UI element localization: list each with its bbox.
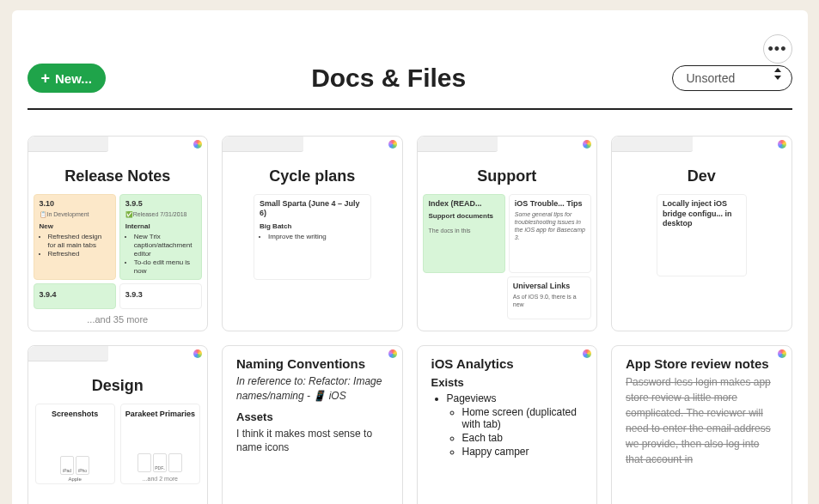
folder-support[interactable]: Support Index (READ... Support documents… [417,136,598,331]
mini-text: Some general tips for troubleshooting is… [515,211,585,241]
thumb-icon [138,453,151,472]
more-count: ...and 2 more [125,476,196,482]
folder-title: Cycle plans [223,152,402,194]
folder-dev[interactable]: Dev Locally inject iOS bridge configu...… [611,136,792,331]
thumb-icon: iPad [60,456,74,475]
mini-card[interactable]: 3.9.4 [34,283,116,309]
folder-tab [28,346,109,361]
mini-title: Screenshots [40,410,111,418]
color-icon [388,349,397,358]
mini-sub: Internal [125,222,196,231]
thumb-icon: iPho [76,456,89,475]
mini-card[interactable]: 3.9.5 ✅Released 7/31/2018 Internal New T… [119,194,202,280]
mini-item: Improve the writing [268,233,365,241]
folder-body: 3.10 📋In Development New Refreshed desig… [28,194,208,325]
folder-body: Small Sparta (June 4 – July 6) Big Batch… [223,194,402,280]
color-icon [193,140,202,149]
mini-item: Refreshed [48,250,110,258]
folder-tab [612,137,693,152]
mini-text: As of iOS 9.0, there is a new [513,294,585,309]
sort-value: Unsorted [687,71,736,85]
color-icon [388,140,397,149]
folder-tab [418,137,498,152]
mini-sub: Support documents [429,212,499,221]
folder-title: Support [418,152,597,194]
doc-subheading: Exists [431,376,584,389]
mini-item: Refreshed design for all main tabs [48,233,110,250]
doc-title: iOS Analytics [431,356,584,371]
mini-card[interactable]: Screenshots iPad iPho Apple [35,404,115,484]
color-icon [778,349,786,358]
doc-reference: In reference to: Refactor: Image names/n… [236,374,388,404]
folder-release-notes[interactable]: Release Notes 3.10 📋In Development New R… [28,136,209,331]
folder-cycle-plans[interactable]: Cycle plans Small Sparta (June 4 – July … [222,136,403,331]
mini-text: The docs in this [429,228,499,235]
folder-title: Release Notes [28,152,208,194]
mini-sub: Big Batch [260,222,365,231]
mini-card[interactable]: Universal Links As of iOS 9.0, there is … [507,276,591,319]
mini-title: Parakeet Primaries [125,410,196,418]
folder-design[interactable]: Design Screenshots iPad iPho Apple Parak… [28,345,209,504]
more-count: ...and 35 more [34,309,203,325]
folder-body: Locally inject iOS bridge configu... in … [612,194,791,276]
new-button[interactable]: + New... [28,64,106,93]
ellipsis-icon: ••• [768,40,787,58]
doc-subheading: Assets [236,410,388,423]
sort-dropdown[interactable]: Unsorted [672,65,792,91]
mini-title: 3.9.3 [125,290,143,300]
color-icon [778,140,786,149]
mini-sub: New [40,222,110,231]
list-item: Home screen (duplicated with tab) [462,406,584,430]
mini-card[interactable]: iOS Trouble... Tips Some general tips fo… [509,194,591,273]
thumb-icon: PDF.. [153,453,167,472]
mini-card[interactable]: Parakeet Primaries PDF.. ...and 2 more [120,404,200,484]
doc-title: App Store review notes [626,356,778,371]
mini-card[interactable]: Small Sparta (June 4 – July 6) Big Batch… [254,194,371,280]
page-container: ••• + New... Docs & Files Unsorted Relea… [12,10,808,504]
color-icon [583,349,591,358]
list-item: Each tab [462,432,584,444]
color-icon [583,140,591,149]
mini-title: Small Sparta (June 4 – July 6) [260,199,365,219]
more-menu-button[interactable]: ••• [763,34,792,64]
list-item: Pageviews [447,392,584,404]
mini-card[interactable]: 3.10 📋In Development New Refreshed desig… [34,194,116,280]
mini-title: 3.10 [40,199,110,209]
mini-item: New Trix caption/attachment editor [134,233,196,258]
mini-card[interactable]: Locally inject iOS bridge configu... in … [657,194,747,276]
thumb-label: Apple [40,477,111,482]
page-title: Docs & Files [106,64,672,93]
plus-icon: + [41,70,51,86]
mini-status: In Development [47,211,89,217]
cards-grid: Release Notes 3.10 📋In Development New R… [28,136,792,504]
doc-body: I think it makes most sense to name icon… [236,427,388,456]
mini-title: 3.9.4 [40,290,57,300]
new-button-label: New... [55,71,92,86]
thumb-icon [168,453,182,472]
header: + New... Docs & Files Unsorted [28,64,792,110]
mini-title: iOS Trouble... Tips [515,199,585,209]
list-item: Happy camper [462,446,584,458]
doc-naming-conventions[interactable]: Naming Conventions In reference to: Refa… [222,345,403,504]
folder-body: Index (READ... Support documents The doc… [418,194,597,319]
mini-status: ✅Released 7/31/2018 [125,211,196,219]
folder-title: Design [28,361,208,404]
mini-title: 3.9.5 [125,199,196,209]
folder-body: Screenshots iPad iPho Apple Parakeet Pri… [28,404,208,484]
mini-title: Index (READ... [429,199,499,209]
doc-body-strikethrough: Password-less login makes app store revi… [626,374,778,467]
folder-tab [28,137,109,152]
mini-item: To-do edit menu is now [134,258,196,276]
doc-ios-analytics[interactable]: iOS Analytics Exists Pageviews Home scre… [417,345,598,504]
mini-title: Locally inject iOS bridge configu... in … [663,199,741,229]
doc-list: Pageviews Home screen (duplicated with t… [447,392,584,458]
mini-card[interactable]: Index (READ... Support documents The doc… [423,194,505,273]
doc-title: Naming Conventions [236,356,388,371]
mini-title: Universal Links [513,282,585,291]
doc-app-store-review[interactable]: App Store review notes Password-less log… [611,345,792,504]
color-icon [193,349,202,358]
folder-tab [223,137,303,152]
folder-title: Dev [612,152,791,194]
mini-card[interactable]: 3.9.3 [119,283,202,309]
